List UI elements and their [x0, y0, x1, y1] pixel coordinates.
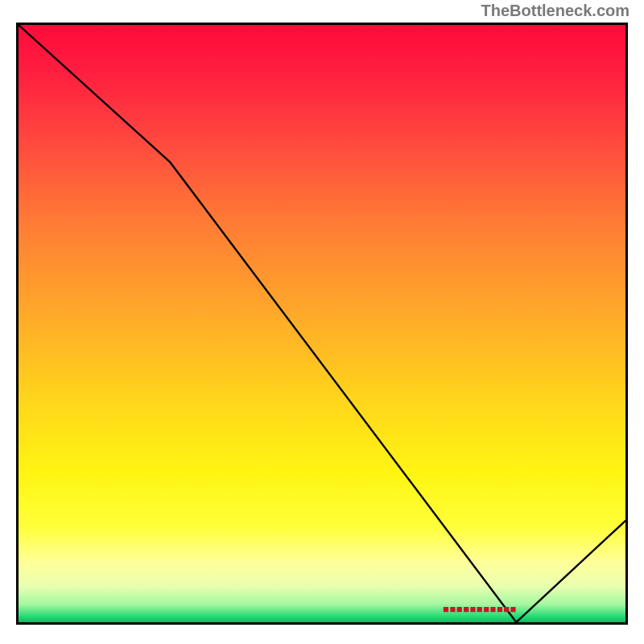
x-axis-annotation: ■■■■■■■■■■■	[443, 603, 517, 615]
line-series	[19, 25, 625, 622]
attribution-text: TheBottleneck.com	[481, 2, 630, 20]
plot-area: ■■■■■■■■■■■	[16, 23, 628, 625]
chart-container: TheBottleneck.com ■■■■■■■■■■■	[0, 0, 644, 644]
